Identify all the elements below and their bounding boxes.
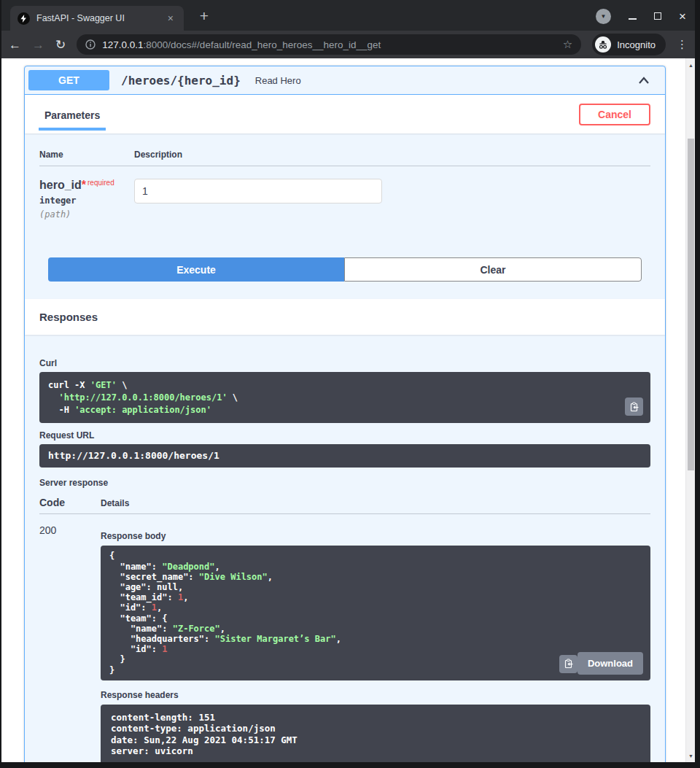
- cancel-button[interactable]: Cancel: [579, 104, 650, 125]
- response-details: Response body { "name": "Deadpond", "sec…: [101, 524, 650, 762]
- responses-section: Curl curl -X 'GET' \ 'http://127.0.0.1:8…: [25, 335, 665, 762]
- request-url-value: http://127.0.0.1:8000/heroes/1: [48, 449, 642, 462]
- copy-curl-button[interactable]: [625, 397, 643, 416]
- scrollbar-up-icon[interactable]: ▲: [686, 60, 695, 70]
- tab-title: FastAPI - Swagger UI: [36, 13, 158, 23]
- opblock-summary[interactable]: GET /heroes/{hero_id} Read Hero: [25, 66, 665, 95]
- parameter-row: hero_id*required integer (path): [39, 166, 650, 220]
- back-button[interactable]: ←: [9, 39, 21, 51]
- column-description: Description: [134, 150, 182, 160]
- parameter-meta: hero_id*required integer (path): [39, 179, 134, 220]
- tab-strip: FastAPI - Swagger UI × + ▼ ×: [1, 0, 695, 31]
- server-response-label: Server response: [39, 478, 650, 488]
- site-info-icon[interactable]: [85, 39, 96, 50]
- opblock-get: GET /heroes/{hero_id} Read Hero Paramete…: [24, 66, 666, 762]
- hero-id-input[interactable]: [134, 179, 382, 203]
- reload-button[interactable]: ↻: [55, 39, 66, 51]
- response-headers-label: Response headers: [101, 690, 650, 700]
- response-table-head: Code Details: [39, 497, 650, 514]
- collapse-chevron-icon[interactable]: [637, 74, 661, 87]
- page-scrollbar[interactable]: ▲ ▼: [685, 58, 695, 762]
- response-headers-block: content-length: 151content-type: applica…: [101, 705, 650, 762]
- column-name: Name: [39, 150, 134, 160]
- new-tab-button[interactable]: +: [194, 6, 214, 26]
- tab-parameters[interactable]: Parameters: [39, 98, 106, 131]
- minimize-button[interactable]: [629, 9, 637, 23]
- maximize-icon: [654, 12, 661, 20]
- swagger-ui: GET /heroes/{hero_id} Read Hero Paramete…: [24, 66, 666, 762]
- maximize-button[interactable]: [654, 9, 661, 23]
- parameter-value-cell: [134, 179, 382, 220]
- responses-header: Responses: [25, 299, 665, 335]
- download-button[interactable]: Download: [578, 652, 643, 675]
- incognito-badge: Incognito: [592, 34, 666, 55]
- close-window-button[interactable]: ×: [679, 10, 686, 23]
- browser-menu-icon[interactable]: ⋮: [677, 38, 688, 51]
- tab-close-icon[interactable]: ×: [165, 12, 176, 25]
- status-code: 200: [39, 524, 101, 762]
- parameter-location: (path): [39, 209, 134, 220]
- browser-toolbar: ← → ↻ 127.0.0.1:8000/docs#/default/read_…: [1, 31, 695, 58]
- address-bar[interactable]: 127.0.0.1:8000/docs#/default/read_hero_h…: [77, 34, 581, 55]
- url-text[interactable]: 127.0.0.1:8000/docs#/default/read_hero_h…: [102, 39, 556, 50]
- tab-search-icon[interactable]: ▼: [596, 9, 611, 24]
- parameters-table-head: Name Description: [39, 150, 650, 166]
- curl-block: curl -X 'GET' \ 'http://127.0.0.1:8000/h…: [39, 372, 650, 423]
- browser-window: FastAPI - Swagger UI × + ▼ × ← → ↻ 127.0…: [0, 0, 700, 768]
- clear-button[interactable]: Clear: [344, 257, 642, 282]
- scrollbar-thumb[interactable]: [688, 139, 694, 470]
- browser-tab[interactable]: FastAPI - Swagger UI ×: [10, 6, 184, 31]
- forward-button[interactable]: →: [32, 39, 44, 51]
- method-badge: GET: [28, 70, 109, 90]
- column-code: Code: [39, 497, 101, 508]
- fastapi-favicon-icon: [18, 12, 30, 25]
- scrollbar-down-icon[interactable]: ▼: [686, 750, 695, 761]
- parameters-header: Parameters Cancel: [25, 95, 665, 133]
- incognito-icon: [595, 36, 611, 53]
- endpoint-path: /heroes/{hero_id}: [109, 74, 248, 88]
- parameter-type: integer: [39, 195, 134, 206]
- endpoint-summary: Read Hero: [248, 75, 301, 86]
- execute-button[interactable]: Execute: [48, 257, 344, 282]
- responses-title: Responses: [39, 311, 98, 323]
- minimize-icon: [629, 18, 637, 20]
- response-row: 200 Response body { "name": "Deadpond", …: [39, 514, 650, 762]
- response-body-block: { "name": "Deadpond", "secret_name": "Di…: [101, 546, 650, 680]
- parameter-name: hero_id: [39, 179, 82, 191]
- execute-row: Execute Clear: [48, 257, 642, 282]
- bookmark-star-icon[interactable]: ☆: [563, 38, 572, 51]
- request-url-label: Request URL: [39, 430, 650, 441]
- page-content: GET /heroes/{hero_id} Read Hero Paramete…: [1, 58, 695, 762]
- response-body-label: Response body: [101, 531, 650, 541]
- curl-label: Curl: [39, 358, 650, 368]
- request-url-block: http://127.0.0.1:8000/heroes/1: [39, 444, 650, 468]
- copy-response-button[interactable]: [559, 655, 578, 673]
- required-label: required: [86, 179, 114, 187]
- parameters-section: Name Description hero_id*required intege…: [25, 133, 665, 299]
- incognito-label: Incognito: [617, 39, 656, 50]
- column-details: Details: [101, 498, 129, 508]
